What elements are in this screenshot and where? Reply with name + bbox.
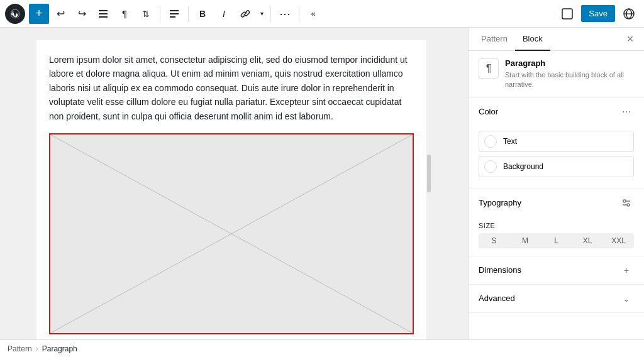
color-section: Color ⋯ Text Background <box>469 98 644 189</box>
color-options: Text Background <box>469 126 644 189</box>
typography-content: SIZE S M L XL XXL <box>469 217 644 256</box>
typography-options-icon[interactable] <box>619 195 634 211</box>
size-label: SIZE <box>479 222 634 229</box>
advanced-section: Advanced ⌄ <box>469 285 644 313</box>
block-info-text: Paragraph Start with the basic building … <box>505 58 634 90</box>
block-type-icon: ¶ <box>479 58 499 79</box>
block-info: ¶ Paragraph Start with the basic buildin… <box>469 51 644 98</box>
toolbar-separator-2 <box>188 6 189 21</box>
main-area: Lorem ipsum dolor sit amet, consectetur … <box>0 28 644 339</box>
sidebar-tabs: Pattern Block × <box>469 28 644 51</box>
breadcrumb-bar: Pattern › Paragraph <box>0 339 644 357</box>
redo-button[interactable]: ↪ <box>72 4 92 24</box>
advanced-title: Advanced <box>479 294 619 303</box>
collapse-button[interactable]: « <box>303 4 323 24</box>
wp-logo-icon <box>9 8 21 19</box>
svg-rect-4 <box>170 13 179 14</box>
toolbar-separator-1 <box>160 6 160 21</box>
svg-rect-5 <box>170 16 175 18</box>
toolbar-left: + ↩ ↪ ¶ ⇅ B I ▾ <box>5 4 556 24</box>
image-placeholder[interactable] <box>49 133 414 334</box>
color-option-background[interactable]: Background <box>479 156 634 177</box>
tab-block[interactable]: Block <box>515 28 550 51</box>
size-buttons: S M L XL XXL <box>479 233 634 248</box>
link-icon <box>240 9 250 19</box>
dimensions-title: Dimensions <box>479 265 619 275</box>
sidebar-close-button[interactable]: × <box>621 30 639 48</box>
block-name: Paragraph <box>505 58 634 68</box>
bold-button[interactable]: B <box>192 4 213 24</box>
color-option-text-label: Text <box>503 137 517 146</box>
size-m-button[interactable]: M <box>510 233 541 248</box>
toolbar-right: Save <box>557 4 639 24</box>
breadcrumb-paragraph: Paragraph <box>42 344 77 353</box>
typography-section-header[interactable]: Typography <box>469 189 644 217</box>
size-xxl-button[interactable]: XXL <box>603 233 634 248</box>
toolbar-separator-3 <box>270 6 271 21</box>
block-description: Start with the basic building block of a… <box>505 70 634 90</box>
advanced-section-header[interactable]: Advanced ⌄ <box>469 285 644 312</box>
color-option-bg-label: Background <box>503 162 543 171</box>
color-option-text[interactable]: Text <box>479 131 634 152</box>
placeholder-lines-svg <box>50 135 413 333</box>
color-section-title: Color <box>479 107 619 116</box>
navigation-button[interactable]: ⇅ <box>136 4 156 24</box>
svg-rect-7 <box>562 9 572 19</box>
sidebar-panel: Pattern Block × ¶ Paragraph Start with t… <box>468 28 644 339</box>
size-l-button[interactable]: L <box>541 233 572 248</box>
italic-button[interactable]: I <box>214 4 234 24</box>
color-section-header[interactable]: Color ⋯ <box>469 98 644 126</box>
top-toolbar: + ↩ ↪ ¶ ⇅ B I ▾ <box>0 0 644 28</box>
svg-point-16 <box>627 204 630 206</box>
editor-content: Lorem ipsum dolor sit amet, consectetur … <box>36 40 426 339</box>
typography-adjust-icon <box>621 198 631 208</box>
svg-rect-2 <box>99 16 108 18</box>
dimensions-section-header[interactable]: Dimensions + <box>469 256 644 284</box>
editor-area[interactable]: Lorem ipsum dolor sit amet, consectetur … <box>0 28 468 339</box>
typography-section-title: Typography <box>479 198 619 207</box>
size-s-button[interactable]: S <box>479 233 509 248</box>
svg-point-15 <box>623 200 626 202</box>
align-icon <box>169 9 179 19</box>
dimensions-add-icon[interactable]: + <box>619 263 634 278</box>
tab-pattern[interactable]: Pattern <box>474 28 515 51</box>
add-block-button[interactable]: + <box>29 4 49 24</box>
scrollbar-thumb[interactable] <box>427 155 431 192</box>
typography-section: Typography SIZE S M L XL XX <box>469 189 644 256</box>
paragraph-before[interactable]: Lorem ipsum dolor sit amet, consectetur … <box>49 53 414 123</box>
dimensions-section: Dimensions + <box>469 256 644 285</box>
advanced-chevron-icon[interactable]: ⌄ <box>619 291 634 306</box>
save-button[interactable]: Save <box>581 5 615 22</box>
link-button[interactable] <box>235 4 255 24</box>
editor-scrollbar[interactable] <box>426 40 431 327</box>
undo-button[interactable]: ↩ <box>50 4 70 24</box>
svg-line-6 <box>244 13 247 15</box>
wp-logo[interactable] <box>5 4 25 24</box>
svg-rect-1 <box>99 13 108 14</box>
list-view-button[interactable] <box>93 4 113 24</box>
link-dropdown-button[interactable]: ▾ <box>257 4 267 24</box>
details-button[interactable]: ¶ <box>114 4 135 24</box>
background-color-circle <box>484 160 497 173</box>
color-options-icon[interactable]: ⋯ <box>619 104 634 119</box>
list-view-icon <box>98 9 108 19</box>
svg-rect-0 <box>99 10 108 11</box>
text-color-circle <box>484 135 497 148</box>
toolbar-separator-4 <box>299 6 299 21</box>
breadcrumb-separator: › <box>36 344 38 353</box>
align-button[interactable] <box>164 4 184 24</box>
breadcrumb-pattern[interactable]: Pattern <box>8 344 32 353</box>
view-icon <box>562 8 573 19</box>
settings-icon <box>623 8 635 19</box>
more-options-button[interactable]: ⋯ <box>275 4 295 24</box>
size-xl-button[interactable]: XL <box>572 233 603 248</box>
view-button[interactable] <box>557 4 577 24</box>
svg-rect-3 <box>170 10 179 11</box>
settings-button[interactable] <box>619 4 639 24</box>
